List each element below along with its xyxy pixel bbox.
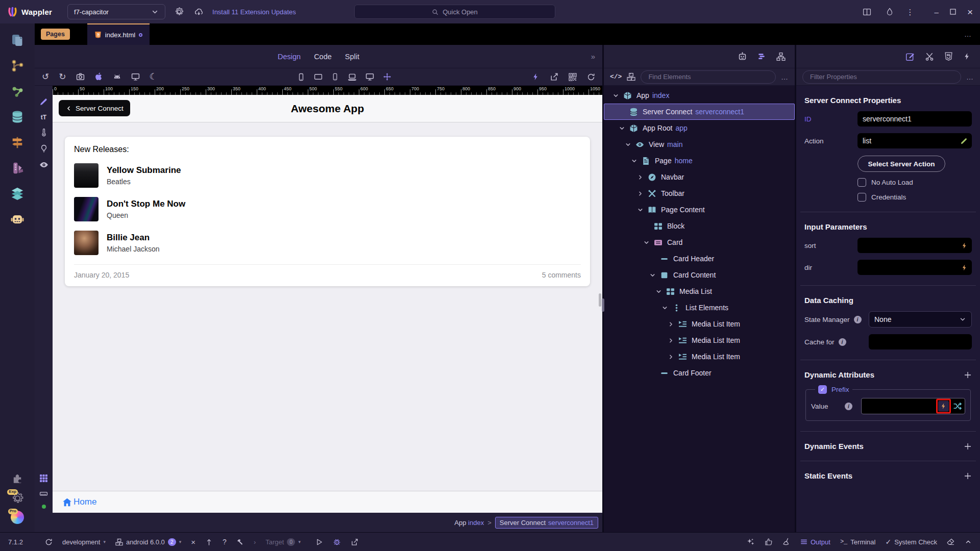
add-dynamic-attribute-button[interactable] <box>964 371 972 379</box>
ai-sparkles-icon[interactable] <box>747 538 755 546</box>
info-icon[interactable]: i <box>845 403 852 410</box>
android-icon[interactable] <box>113 72 121 81</box>
sidebar-item-experimental-settings[interactable]: Exp <box>11 488 24 508</box>
sidebar-item-pages[interactable] <box>0 28 35 53</box>
media-list-item[interactable]: Don't Stop Me Now Queen <box>74 197 581 221</box>
css3-shield-icon[interactable] <box>944 52 953 61</box>
help-icon[interactable]: ? <box>223 538 227 545</box>
tab-index-html[interactable]: index.html <box>87 23 150 45</box>
tree-row-toolbar[interactable]: Toolbar <box>604 185 795 202</box>
edit-element-pencil-icon[interactable] <box>39 97 48 106</box>
run-play-icon[interactable] <box>315 538 323 546</box>
chevron-down-icon[interactable] <box>643 239 650 246</box>
credentials-option[interactable]: Credentials <box>857 193 972 202</box>
redo-icon[interactable]: ↻ <box>59 72 66 81</box>
desktop-preview-icon[interactable] <box>131 72 140 81</box>
extensions-cloud-icon[interactable] <box>193 6 204 17</box>
home-link[interactable]: Home <box>62 497 96 507</box>
screenshot-camera-icon[interactable] <box>76 72 85 81</box>
tree-row-card[interactable]: Card <box>604 234 795 251</box>
info-icon[interactable]: i <box>839 338 846 346</box>
chevron-down-icon[interactable] <box>655 288 663 295</box>
dir-input[interactable] <box>857 260 972 275</box>
filter-properties-input[interactable] <box>802 70 961 84</box>
tree-row-card-content[interactable]: Card Content <box>604 267 795 283</box>
tree-row-list-elements[interactable]: List Elements <box>604 299 795 316</box>
maximize-button[interactable] <box>950 9 956 15</box>
tab-design[interactable]: Design <box>278 53 301 61</box>
tree-row-card-header[interactable]: Card Header <box>604 251 795 267</box>
tree-row-media-list[interactable]: Media List <box>604 283 795 299</box>
cut-scissors-icon[interactable] <box>925 52 934 61</box>
feedback-thumbs-up-icon[interactable] <box>765 538 773 546</box>
project-selector[interactable]: f7-capacitor <box>67 4 165 19</box>
bolt-icon[interactable] <box>961 242 968 249</box>
chevron-right-icon[interactable] <box>636 190 644 197</box>
view-more-button[interactable]: » <box>591 52 595 61</box>
open-external-icon[interactable] <box>351 538 358 546</box>
terminal-toggle[interactable]: >_ Terminal <box>840 538 876 546</box>
prefix-value-input[interactable] <box>861 398 965 414</box>
sidebar-item-git[interactable] <box>0 53 35 79</box>
media-list-item[interactable]: Billie Jean Michael Jackson <box>74 231 581 255</box>
panel-splitter[interactable] <box>602 45 604 532</box>
chevron-down-icon[interactable] <box>661 304 669 312</box>
tree-more-button[interactable]: … <box>781 73 789 81</box>
collapse-chevron-up-icon[interactable] <box>965 538 972 545</box>
panel-splitter[interactable] <box>795 45 796 532</box>
text-tool-icon[interactable]: tT <box>41 114 46 121</box>
sidebar-item-database[interactable] <box>0 104 35 130</box>
chevron-down-icon[interactable] <box>612 92 620 99</box>
tree-row-media-list-item-2[interactable]: Media List Item <box>604 332 795 348</box>
chevron-down-icon[interactable] <box>636 206 644 214</box>
tree-row-media-list-item-1[interactable]: Media List Item <box>604 316 795 332</box>
tabbar-more-button[interactable]: … <box>964 30 972 38</box>
device-selector[interactable]: android 6.0.0 2 ▾ <box>115 538 181 546</box>
install-updates-link[interactable]: Install 11 Extension Updates <box>212 8 296 16</box>
workflows-tree-icon[interactable] <box>776 52 786 61</box>
lightbulb-icon[interactable] <box>40 144 48 153</box>
thermometer-icon[interactable] <box>40 129 48 137</box>
props-more-button[interactable]: … <box>966 73 974 81</box>
tree-row-card-footer[interactable]: Card Footer <box>604 365 795 381</box>
app-structure-icon[interactable] <box>757 52 766 61</box>
chevron-down-icon[interactable] <box>630 157 638 165</box>
bolt-icon[interactable] <box>961 264 968 271</box>
tree-row-block[interactable]: Block <box>604 218 795 234</box>
ai-robot-icon[interactable] <box>738 52 747 61</box>
info-icon[interactable]: i <box>854 316 862 323</box>
apps-grid-icon[interactable] <box>39 474 48 483</box>
cache-for-input[interactable] <box>869 334 972 349</box>
open-in-browser-icon[interactable] <box>550 72 558 81</box>
chevron-down-icon[interactable] <box>618 124 626 132</box>
shuffle-binding-icon[interactable] <box>953 402 962 411</box>
app-preview-canvas[interactable]: Server Connect Awesome App New Releases:… <box>53 95 602 513</box>
close-button[interactable]: × <box>967 7 973 17</box>
packages-icon[interactable] <box>627 72 635 81</box>
device-tablet-landscape-icon[interactable] <box>314 72 323 81</box>
sidebar-item-routes[interactable] <box>0 130 35 155</box>
splitter-grip[interactable] <box>602 298 604 312</box>
properties-pencil-icon[interactable] <box>905 52 915 61</box>
sidebar-item-extensions[interactable] <box>11 469 24 488</box>
select-server-action-button[interactable]: Select Server Action <box>857 156 945 172</box>
device-phone-small-icon[interactable] <box>331 73 339 81</box>
preview-eye-icon[interactable] <box>39 160 48 169</box>
id-input[interactable] <box>857 111 972 127</box>
code-view-icon[interactable]: </> <box>610 73 622 81</box>
resize-move-icon[interactable] <box>383 72 391 81</box>
split-view-icon[interactable] <box>862 6 873 17</box>
chevron-right-icon[interactable] <box>667 337 675 344</box>
clear-eraser-icon[interactable] <box>947 538 955 546</box>
environment-selector[interactable]: development ▾ <box>62 538 106 546</box>
deploy-upload-icon[interactable] <box>205 538 213 546</box>
chevron-right-icon[interactable] <box>667 320 675 328</box>
sort-input[interactable] <box>857 238 972 253</box>
sidebar-item-account-pro[interactable]: Pro <box>11 508 24 527</box>
toggle-ruler-icon[interactable] <box>39 489 48 498</box>
settings-gear-icon[interactable] <box>174 6 185 17</box>
tree-row-server-connect[interactable]: Server Connectserverconnect1 <box>604 104 795 120</box>
sync-button[interactable] <box>45 538 53 546</box>
find-elements-input[interactable] <box>641 70 776 84</box>
tab-code[interactable]: Code <box>314 53 332 61</box>
